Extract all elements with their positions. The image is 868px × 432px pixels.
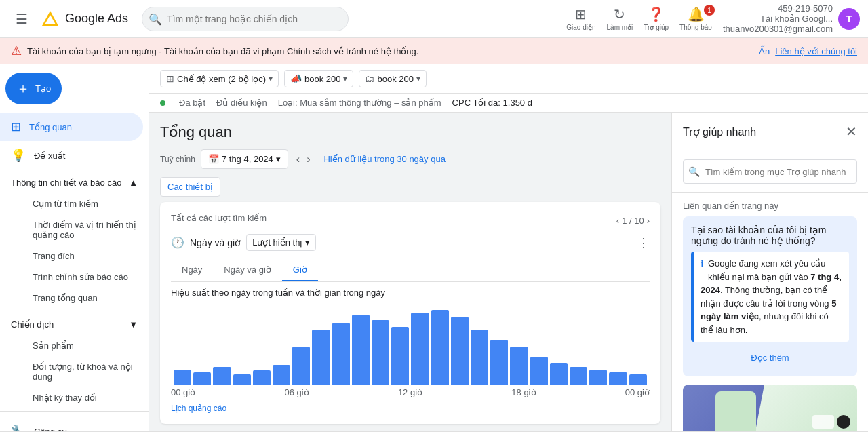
chart-bar-3 [233, 374, 251, 385]
status-enabled: Đã bật [179, 98, 205, 108]
tab-hour[interactable]: Giờ [282, 259, 318, 281]
devices-filter-button[interactable]: Các thiết bị [160, 177, 220, 197]
filter-icon: ⊞ [166, 73, 174, 84]
notification-badge: 1 [704, 5, 715, 16]
help-body: Liên quan đến trang này Tại sao tài khoả… [672, 193, 868, 431]
help-section-label: Liên quan đến trang này [683, 201, 857, 211]
chart-header: 🕐 Ngày và giờ Lượt hiển thị ▾ ⋮ [171, 234, 650, 251]
section-campaigns-header[interactable]: Chiến dịch ▼ [0, 314, 149, 335]
help-search-icon: 🔍 [688, 166, 700, 177]
ad-schedule-link[interactable]: Lịch quảng cáo [171, 404, 226, 413]
chart-bar-0 [174, 370, 191, 385]
refresh-button[interactable]: ↻ Làm mới [607, 6, 633, 31]
campaign-chevron: ▾ [343, 74, 347, 83]
date-prev-button[interactable]: ‹ [294, 151, 302, 168]
section-campaigns-label: Chiến dịch [11, 319, 54, 330]
layout-label: Giao diện [566, 24, 595, 31]
doc-them-button[interactable]: Đọc thêm [691, 347, 849, 368]
all-clicks-label: Tất cả các lượt tìm kiếm [171, 213, 267, 223]
info-text-2: . Thông thường, bạn có thể nhận được câu… [701, 285, 831, 309]
page-next-button[interactable]: › [647, 216, 650, 226]
notifications-button[interactable]: 🔔 1 Thông báo [679, 6, 712, 31]
sidebar-item-ad-schedule[interactable]: Thời điểm và vị trí hiển thị quảng cáo [0, 214, 149, 246]
chart-bar-20 [570, 367, 587, 385]
chart-bar-7 [312, 330, 330, 385]
content-area: ⊞ Chế độ xem (2 bộ lọc) ▾ 📣 book 200 ▾ 🗂… [149, 64, 868, 431]
hamburger-icon: ☰ [16, 11, 28, 27]
campaign-filter[interactable]: 📣 book 200 ▾ [284, 70, 354, 87]
notifications-label: Thông báo [679, 24, 712, 31]
menu-button[interactable]: ☰ [8, 5, 35, 33]
audiences-label: Đối tượng, từ khoá và nội dung [33, 361, 133, 382]
account-info[interactable]: 459-219-5070 Tài khoản Googl... thuanvo2… [723, 3, 860, 34]
adgroup-filter[interactable]: 🗂 book 200 ▾ [359, 70, 427, 87]
help-main-card: Tại sao tài khoản của tôi bị tạm ngưng d… [683, 216, 857, 376]
help-promo: Tìm hiểu thêm [683, 385, 857, 431]
tab-day-hour[interactable]: Ngày và giờ [213, 259, 281, 281]
sidebar-item-tools[interactable]: 🔧 Công cụ [0, 417, 143, 431]
chart-bar-8 [332, 323, 350, 385]
report-editor-label: Trình chỉnh sửa báo cáo [33, 272, 128, 282]
create-button[interactable]: ＋ Tạo [5, 73, 62, 104]
chart-header-left: 🕐 Ngày và giờ [171, 236, 241, 249]
lightbulb-icon: 💡 [11, 148, 26, 163]
sidebar-recommendations-label: Đề xuất [34, 151, 65, 161]
search-input[interactable] [142, 7, 349, 31]
sidebar-item-landing-pages[interactable]: Trang đích [0, 246, 149, 267]
clock-icon: 🕐 [171, 236, 184, 249]
date-next-button[interactable]: › [304, 151, 313, 168]
sidebar-bottom: 🔧 Công cụ 💳 Thanh toán ⚙ Quản trị [0, 411, 149, 431]
chart-bar-16 [490, 340, 508, 385]
filter-bar: ⊞ Chế độ xem (2 bộ lọc) ▾ 📣 book 200 ▾ 🗂… [149, 64, 868, 94]
avatar: T [838, 8, 860, 30]
date-picker[interactable]: 📅 7 thg 4, 2024 ▾ [201, 149, 288, 169]
help-info-box: ℹ Google đang xem xét yêu cầu khiếu nại … [691, 252, 849, 342]
view-mode-label: Chế độ xem (2 bộ lọc) [177, 74, 266, 84]
sidebar-item-search-terms[interactable]: Cụm từ tìm kiếm [0, 193, 149, 214]
topbar-actions: ⊞ Giao diện ↻ Làm mới ❓ Trợ giúp 🔔 1 Thô… [566, 3, 860, 34]
sidebar-item-recommendations[interactable]: 💡 Đề xuất [0, 141, 143, 170]
sidebar-overview-label: Tổng quan [29, 122, 72, 132]
account-id: 459-219-5070 [723, 3, 833, 14]
status-bar: Đã bật Đủ điều kiện Loại: Mua sắm thông … [149, 94, 868, 113]
app-logo[interactable]: Google Ads [41, 9, 128, 28]
hide-warning-button[interactable]: Ẩn [759, 46, 770, 56]
sidebar-item-report-editor[interactable]: Trình chỉnh sửa báo cáo [0, 267, 149, 288]
adgroup-label: book 200 [377, 74, 414, 84]
tab-day[interactable]: Ngày [171, 259, 213, 281]
view-mode-filter[interactable]: ⊞ Chế độ xem (2 bộ lọc) ▾ [160, 70, 279, 87]
search-terms-label: Cụm từ tìm kiếm [33, 199, 98, 209]
data-range-link[interactable]: Hiển dữ liệu trong 30 ngày qua [323, 154, 445, 164]
help-card-title: Tại sao tài khoản của tôi bị tạm ngưng d… [691, 224, 849, 246]
search-icon: 🔍 [149, 12, 162, 25]
chart-filter-chevron: ▾ [305, 237, 310, 248]
sidebar-item-products[interactable]: Sản phẩm [0, 335, 149, 356]
all-clicks-text: Tất cả các lượt tìm kiếm [171, 213, 267, 223]
help-panel-title: Trợ giúp nhanh [683, 125, 756, 138]
sidebar-item-change-history[interactable]: Nhật ký thay đổi [0, 387, 149, 408]
help-search-input[interactable] [683, 159, 857, 184]
sidebar-item-dashboard[interactable]: Trang tổng quan [0, 288, 149, 309]
help-info-content: ℹ Google đang xem xét yêu cầu khiếu nại … [701, 257, 842, 336]
chart-filter-dropdown[interactable]: Lượt hiển thị ▾ [246, 234, 316, 251]
section-reports-header[interactable]: Thông tin chi tiết và báo cáo ▲ [0, 172, 149, 193]
help-label: Trợ giúp [644, 24, 669, 31]
chart-bar-14 [451, 317, 469, 385]
warning-text: Tài khoản của bạn bị tạm ngưng - Tài kho… [27, 46, 753, 56]
chart-bar-1 [193, 372, 211, 385]
page-prev-button[interactable]: ‹ [616, 216, 619, 226]
xaxis-label-2: 12 giờ [398, 387, 422, 397]
help-close-button[interactable]: ✕ [846, 123, 857, 140]
sidebar-item-audiences[interactable]: Đối tượng, từ khoá và nội dung [0, 356, 149, 387]
chart-bar-9 [352, 315, 370, 385]
sidebar-item-overview[interactable]: ⊞ Tổng quan [0, 113, 143, 141]
info-icon: ℹ [701, 257, 704, 271]
chart-subtitle: Hiệu suất theo ngày trong tuần và thời g… [171, 288, 650, 298]
layout-button[interactable]: ⊞ Giao diện [566, 6, 595, 31]
chart-more-button[interactable]: ⋮ [637, 235, 650, 250]
refresh-icon: ↻ [614, 6, 625, 22]
xaxis-label-4: 00 giờ [625, 387, 650, 397]
help-button[interactable]: ❓ Trợ giúp [644, 6, 669, 31]
chart-tabs: Ngày Ngày và giờ Giờ [171, 259, 650, 282]
contact-button[interactable]: Liên hệ với chúng tôi [775, 46, 857, 56]
